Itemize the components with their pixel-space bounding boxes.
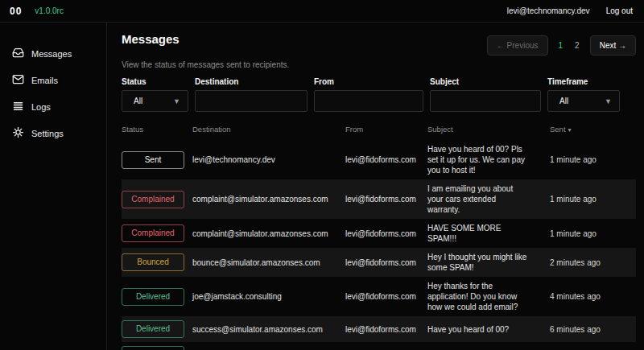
sent-cell: 1 minute ago (550, 194, 636, 204)
subject-filter-input[interactable] (430, 90, 541, 112)
messages-table: Status Destination From Subject Sent▾ Se… (122, 123, 636, 350)
status-badge: Delivered (122, 288, 184, 306)
from-cell: levi@fidoforms.com (345, 257, 427, 268)
subject-filter-label: Subject (430, 77, 541, 86)
filter-bar: Status All ▼ Destination From Subject Ti… (122, 77, 636, 112)
subject-cell: HAVE SOME MORE SPAM!!! (427, 223, 550, 244)
from-cell: levi@fidoforms.com (345, 324, 427, 335)
sent-cell: 4 minutes ago (550, 291, 636, 302)
sidebar-item-label: Logs (31, 102, 51, 112)
destination-filter-label: Destination (195, 77, 308, 86)
column-header-from: From (345, 125, 427, 134)
logout-link[interactable]: Log out (606, 6, 633, 15)
sent-cell: 2 minutes ago (550, 257, 636, 268)
table-row[interactable]: Delivered success@simulator.amazonses.co… (122, 342, 636, 350)
destination-cell: success@simulator.amazonses.com (192, 324, 345, 335)
table-header: Status Destination From Subject Sent▾ (122, 123, 636, 140)
user-email: levi@technomancy.dev (507, 6, 590, 15)
sidebar-item-label: Settings (31, 129, 64, 138)
status-filter-label: Status (122, 77, 188, 86)
destination-filter-input[interactable] (195, 90, 308, 112)
sent-cell: 1 minute ago (550, 154, 636, 165)
table-row[interactable]: Delivered success@simulator.amazonses.co… (122, 316, 636, 342)
sidebar-item-settings[interactable]: Settings (0, 120, 106, 146)
subject-cell: Have you heard of 00? Pls set it up for … (427, 144, 550, 175)
from-filter-input[interactable] (314, 90, 423, 112)
table-row[interactable]: Complained complaint@simulator.amazonses… (122, 179, 636, 219)
pagination: ← Previous 1 2 Next → (487, 35, 636, 56)
previous-page-button[interactable]: ← Previous (487, 35, 548, 56)
destination-cell: levi@technomancy.dev (192, 154, 345, 165)
chevron-down-icon: ▼ (605, 97, 612, 105)
sidebar: Messages Emails Logs Settings (0, 23, 107, 350)
timeframe-filter-label: Timeframe (547, 77, 620, 86)
status-badge: Delivered (122, 320, 184, 338)
subject-cell: Have you heard of 00? (427, 324, 550, 335)
column-header-destination: Destination (192, 125, 345, 134)
topbar: 00 v1.0.0rc levi@technomancy.dev Log out (0, 0, 644, 23)
sent-cell: 6 minutes ago (550, 324, 636, 335)
table-row[interactable]: Complained complaint@simulator.amazonses… (122, 219, 636, 248)
destination-cell: complaint@simulator.amazonses.com (192, 229, 345, 239)
status-filter-value: All (134, 97, 142, 105)
app-logo[interactable]: 00 (10, 6, 22, 17)
table-row[interactable]: Sent levi@technomancy.dev levi@fidoforms… (122, 140, 636, 179)
status-badge: Delivered (122, 346, 184, 350)
table-body: Sent levi@technomancy.dev levi@fidoforms… (122, 140, 636, 350)
table-row[interactable]: Delivered joe@jamstack.consulting levi@f… (122, 277, 636, 316)
from-cell: levi@fidoforms.com (345, 194, 427, 204)
next-page-button[interactable]: Next → (590, 35, 636, 56)
main-content: Messages ← Previous 1 2 Next → View the … (107, 23, 644, 350)
page-title: Messages (122, 32, 180, 46)
status-filter-select[interactable]: All ▼ (122, 90, 188, 112)
subject-cell: Hey thanks for the application! Do you k… (427, 281, 550, 312)
sidebar-item-messages[interactable]: Messages (0, 40, 106, 67)
sort-caret-icon: ▾ (568, 126, 572, 134)
destination-cell: bounce@simulator.amazonses.com (192, 257, 345, 268)
column-header-sent[interactable]: Sent▾ (550, 125, 636, 134)
destination-cell: joe@jamstack.consulting (192, 291, 345, 302)
column-header-status: Status (122, 125, 192, 134)
sidebar-item-label: Messages (31, 49, 72, 59)
page-number-2[interactable]: 2 (573, 41, 581, 50)
chevron-down-icon: ▼ (173, 97, 180, 105)
from-filter-label: From (314, 77, 423, 86)
version-label: v1.0.0rc (35, 6, 64, 15)
destination-cell: complaint@simulator.amazonses.com (192, 194, 345, 204)
gear-icon (12, 126, 24, 140)
inbox-icon (12, 47, 24, 60)
table-row[interactable]: Bounced bounce@simulator.amazonses.com l… (122, 248, 636, 277)
page-number-1[interactable]: 1 (557, 41, 565, 50)
status-badge: Complained (122, 224, 184, 242)
sidebar-item-label: Emails (31, 76, 58, 85)
from-cell: levi@fidoforms.com (345, 154, 427, 165)
timeframe-filter-value: All (559, 97, 568, 105)
page-subtitle: View the status of messages sent to reci… (122, 60, 636, 69)
status-badge: Sent (122, 151, 184, 169)
from-cell: levi@fidoforms.com (345, 229, 427, 239)
sidebar-item-emails[interactable]: Emails (0, 67, 106, 93)
subject-cell: I am emailing you about your cars extend… (427, 183, 550, 215)
envelope-icon (12, 73, 24, 87)
logs-icon (12, 100, 24, 113)
column-header-subject: Subject (427, 125, 550, 134)
subject-cell: Hey I thought you might like some SPAM! (427, 252, 550, 273)
status-badge: Bounced (122, 253, 184, 271)
status-badge: Complained (122, 191, 184, 208)
sidebar-item-logs[interactable]: Logs (0, 93, 106, 120)
from-cell: levi@fidoforms.com (345, 291, 427, 302)
timeframe-filter-select[interactable]: All ▼ (547, 90, 620, 112)
sent-cell: 1 minute ago (550, 229, 636, 239)
